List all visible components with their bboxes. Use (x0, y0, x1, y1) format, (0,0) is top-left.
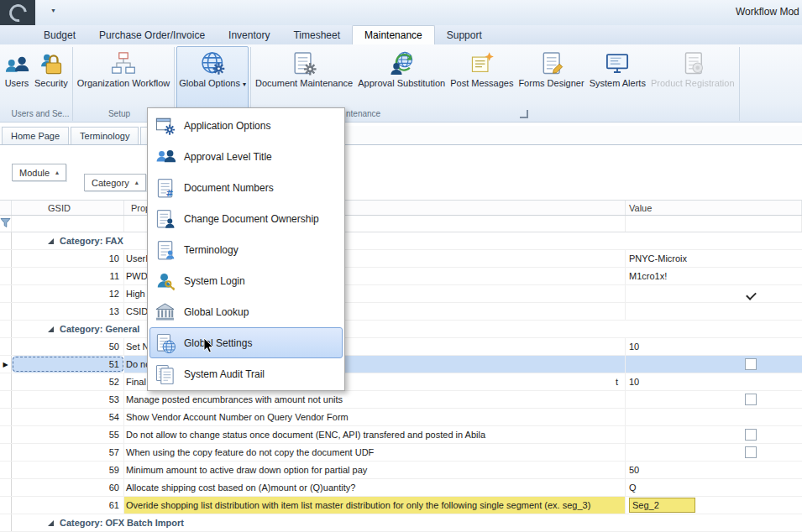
menu-item-change-document-ownership[interactable]: Change Document Ownership (149, 203, 343, 234)
ribbon-button-forms-designer[interactable]: Forms Designer (516, 46, 586, 110)
gsid-cell: 11 (12, 268, 124, 284)
checkbox-unchecked[interactable] (745, 358, 757, 370)
value-cell[interactable] (626, 409, 802, 425)
ribbon-tab-timesheet[interactable]: Timesheet (281, 26, 352, 44)
value-cell[interactable] (626, 444, 802, 461)
checkbox-unchecked[interactable] (745, 394, 757, 405)
row-indicator-cell (0, 391, 12, 408)
checkbox-unchecked[interactable] (745, 446, 757, 458)
category-group-row[interactable]: Category: FAX (0, 232, 802, 250)
menu-item-global-settings[interactable]: Global Settings (149, 327, 343, 358)
grid-row-51[interactable]: ▶51Do no (0, 356, 802, 373)
doc-globe-icon (155, 332, 176, 353)
ribbon-button-system-alerts[interactable]: System Alerts (587, 46, 648, 110)
row-indicator-cell (0, 250, 12, 267)
app-logo-icon (0, 0, 35, 25)
doc-tab-home-page[interactable]: Home Page (2, 127, 69, 144)
menu-item-global-lookup[interactable]: Global Lookup (149, 296, 343, 327)
checkbox-unchecked[interactable] (745, 429, 757, 441)
group-by-category[interactable]: Category▴ (84, 174, 146, 191)
grid-row-52[interactable]: 52Finalt10 (0, 373, 802, 391)
category-group-row[interactable]: Category: OFX Batch Import (0, 514, 802, 532)
grid-row-55[interactable]: 55Do not allow to change status once doc… (0, 426, 802, 444)
row-indicator-cell (0, 321, 12, 337)
filter-gsid-cell[interactable] (12, 216, 124, 232)
menu-item-system-audit-trail[interactable]: System Audit Trail (149, 358, 343, 389)
value-cell[interactable] (626, 391, 802, 408)
value-cell[interactable]: 10 (626, 338, 802, 355)
grid-row-12[interactable]: 12High (0, 285, 802, 303)
collapse-triangle-icon[interactable] (48, 326, 54, 332)
grid-row-61[interactable]: 61Overide shopping list distribution wit… (0, 497, 802, 514)
checkbox-checked[interactable] (747, 290, 756, 298)
menu-item-system-login[interactable]: System Login (149, 265, 343, 296)
collapse-triangle-icon[interactable] (48, 520, 54, 526)
ribbon-button-label: Post Messages (450, 78, 513, 89)
ribbon-button-users[interactable]: Users (2, 46, 32, 110)
ribbon-button-label: Approval Substitution (358, 78, 445, 89)
ribbon-tab-budget[interactable]: Budget (32, 26, 87, 44)
ribbon-group-label: ntenance (346, 109, 380, 118)
grid-filter-row[interactable] (0, 216, 802, 232)
grid-row-11[interactable]: 11PWDM1cro1x! (0, 268, 802, 285)
doc-tab-terminology[interactable]: Terminology (71, 127, 139, 144)
global-options-menu: Application OptionsApproval Level Title#… (147, 107, 345, 391)
property-cell: Show Vendor Account Number on Query Vend… (124, 409, 626, 425)
ribbon-button-global-options[interactable]: Global Options ▾ (176, 46, 249, 110)
ribbon-tab-purchase-order-invoice[interactable]: Purchase Order/Invoice (87, 26, 217, 44)
grid-row-54[interactable]: 54Show Vendor Account Number on Query Ve… (0, 409, 802, 426)
column-header-value[interactable]: Value (626, 201, 802, 215)
gsid-cell: 60 (12, 479, 124, 496)
grid-row-60[interactable]: 60Allocate shipping cost based on (A)mou… (0, 479, 802, 497)
value-cell[interactable]: Seg_2 (626, 497, 802, 514)
menu-item-document-numbers[interactable]: #Document Numbers (149, 172, 343, 203)
registration-doc-icon (680, 50, 705, 76)
value-cell[interactable] (626, 303, 802, 320)
grid-row-57[interactable]: 57When using the copy feature do not cop… (0, 444, 802, 462)
grid-row-59[interactable]: 59Minimum amount to active draw down opt… (0, 462, 802, 479)
property-cell: Manage posted encumbrances with amount n… (124, 391, 626, 408)
gsid-cell: 59 (12, 462, 124, 478)
gsid-cell: 51 (12, 356, 124, 373)
value-cell[interactable]: 50 (626, 462, 802, 478)
filter-value-cell[interactable] (626, 216, 802, 232)
value-cell[interactable]: PNYC-Microix (626, 250, 802, 267)
category-group-row[interactable]: Category: General (0, 321, 802, 338)
group-by-module[interactable]: Module▴ (12, 164, 66, 181)
quick-access-dropdown-icon[interactable]: ▼ (50, 8, 56, 13)
menu-item-approval-level-title[interactable]: Approval Level Title (149, 141, 343, 172)
value-cell[interactable]: Q (626, 479, 802, 496)
group-dialog-launcher-icon[interactable] (520, 110, 528, 118)
value-cell[interactable] (626, 285, 802, 302)
value-cell[interactable]: 10 (626, 373, 802, 390)
gsid-cell: 53 (12, 391, 124, 408)
ribbon-tab-inventory[interactable]: Inventory (217, 26, 281, 44)
column-header-gsid[interactable]: GSID (12, 201, 124, 215)
ribbon-button-post-messages[interactable]: Post Messages (448, 46, 516, 110)
value-text[interactable]: Seg_2 (629, 498, 695, 513)
collapse-triangle-icon[interactable] (48, 238, 54, 244)
ribbon-button-label: Product Registration (651, 78, 735, 89)
ribbon-button-organization-workflow[interactable]: Organization Workflow (75, 46, 172, 110)
ribbon-tab-support[interactable]: Support (435, 26, 494, 44)
ribbon-button-approval-substitution[interactable]: Approval Substitution (355, 46, 448, 110)
value-cell[interactable]: M1cro1x! (626, 268, 802, 284)
ribbon-button-security[interactable]: Security (32, 46, 71, 110)
document-tab-bar: Home PageTerminologyGlob (0, 126, 802, 145)
ribbon-button-label: Forms Designer (518, 78, 584, 89)
ribbon-tab-maintenance[interactable]: Maintenance (352, 25, 435, 44)
grid-row-53[interactable]: 53Manage posted encumbrances with amount… (0, 391, 802, 409)
group-label: Category: FAX (60, 236, 123, 246)
value-cell[interactable] (626, 426, 802, 443)
ribbon-button-document-maintenance[interactable]: Document Maintenance (253, 46, 355, 110)
grid-row-10[interactable]: 10UserIPNYC-Microix (0, 250, 802, 268)
row-indicator-cell (0, 462, 12, 478)
menu-item-terminology[interactable]: Terminology (149, 234, 343, 265)
menu-item-application-options[interactable]: Application Options (149, 110, 343, 141)
value-cell[interactable] (626, 356, 802, 373)
filter-icon-cell[interactable] (0, 216, 12, 232)
group-label: Category: OFX Batch Import (60, 518, 184, 528)
gsid-cell: 61 (12, 497, 124, 514)
grid-row-50[interactable]: 50Set N10 (0, 338, 802, 356)
grid-row-13[interactable]: 13CSID (0, 303, 802, 321)
